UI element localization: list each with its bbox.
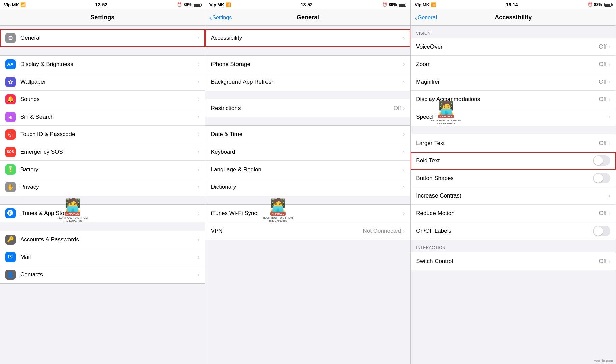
battery-icon-2 (399, 3, 406, 7)
battery-icon-1 (194, 3, 201, 7)
display-accommodations-value: Off (599, 96, 606, 103)
acc-row-bold-text[interactable]: Bold Text (411, 152, 616, 170)
button-shapes-toggle[interactable] (593, 173, 610, 183)
acc-row-reduce-motion[interactable]: Reduce Motion Off › (411, 205, 616, 222)
accessibility-scroll[interactable]: VISION VoiceOver Off › Zoom Off › Magnif… (411, 26, 616, 364)
general-row-language[interactable]: Language & Region › (205, 161, 411, 178)
settings-scroll[interactable]: ⚙ General › AA Display & Brightness › ✿ … (0, 26, 205, 364)
onoff-labels-label: On/Off Labels (416, 228, 593, 234)
settings-accounts-group: 🔑 Accounts & Passwords › ✉ Mail › 👤 Cont… (0, 231, 205, 284)
settings-row-sounds[interactable]: 🔔 Sounds › (0, 91, 205, 108)
nav-title-2: General (297, 14, 319, 21)
restrictions-value: Off (394, 105, 401, 112)
acc-row-switch-control[interactable]: Switch Control Off › (411, 252, 616, 270)
contacts-label: Contacts (20, 271, 198, 278)
settings-row-mail[interactable]: ✉ Mail › (0, 248, 205, 266)
acc-row-voiceover[interactable]: VoiceOver Off › (411, 38, 616, 56)
general-row-datetime[interactable]: Date & Time › (205, 126, 411, 143)
accounts-label: Accounts & Passwords (20, 236, 198, 243)
accessibility-text-group: Larger Text Off › Bold Text Button Shape… (411, 134, 616, 240)
wifi-sync-label: iTunes Wi-Fi Sync (211, 210, 403, 217)
siri-label: Siri & Search (20, 114, 198, 120)
general-row-bg-refresh[interactable]: Background App Refresh › (205, 73, 411, 91)
status-left-1: Vip MK 📶 (4, 2, 26, 7)
acc-row-magnifier[interactable]: Magnifier Off › (411, 73, 616, 91)
status-time-2: 13:52 (301, 2, 313, 7)
general-row-vpn[interactable]: VPN Not Connected › (205, 222, 411, 240)
battery-icon-3 (604, 3, 612, 7)
general-datetime-group: Date & Time › Keyboard › Language & Regi… (205, 125, 411, 196)
battery-fill-1 (194, 4, 200, 6)
general-scroll[interactable]: Accessibility › iPhone Storage › Backgro… (205, 26, 411, 364)
general-row-restrictions[interactable]: Restrictions Off › (205, 99, 411, 117)
touchid-label: Touch ID & Passcode (20, 131, 198, 138)
general-panel: Vip MK 📶 13:52 ⏰ 89% ‹ Settings General … (205, 0, 411, 364)
accessibility-vision-group: VoiceOver Off › Zoom Off › Magnifier Off… (411, 38, 616, 126)
general-row-accessibility[interactable]: Accessibility › (205, 29, 411, 47)
battery-pct-1: 89% (184, 2, 192, 7)
settings-row-emergency[interactable]: SOS Emergency SOS › (0, 143, 205, 161)
back-label-2: Settings (212, 14, 232, 21)
status-bar-2: Vip MK 📶 13:52 ⏰ 89% (205, 0, 411, 9)
general-chevron: › (198, 35, 199, 41)
settings-row-privacy[interactable]: ✋ Privacy › (0, 178, 205, 196)
acc-row-button-shapes[interactable]: Button Shapes (411, 170, 616, 187)
general-row-dictionary[interactable]: Dictionary › (205, 178, 411, 196)
acc-row-zoom[interactable]: Zoom Off › (411, 56, 616, 73)
general-row-keyboard[interactable]: Keyboard › (205, 143, 411, 161)
voiceover-label: VoiceOver (416, 43, 599, 50)
settings-row-battery[interactable]: 🔋 Battery › (0, 161, 205, 178)
acc-row-speech[interactable]: Speech › (411, 108, 616, 126)
nav-bar-2: ‹ Settings General (205, 9, 411, 26)
general-storage-group: iPhone Storage › Background App Refresh … (205, 55, 411, 91)
status-right-1: ⏰ 89% (177, 2, 201, 7)
back-to-general[interactable]: ‹ General (415, 14, 437, 21)
voiceover-value: Off (599, 43, 606, 50)
nav-bar-3: ‹ General Accessibility (411, 9, 616, 26)
back-chevron-2: ‹ (209, 14, 212, 21)
general-row-wifi-sync[interactable]: iTunes Wi-Fi Sync › (205, 205, 411, 222)
reduce-motion-label: Reduce Motion (416, 210, 599, 217)
carrier-2: Vip MK (209, 2, 224, 7)
larger-text-label: Larger Text (416, 140, 599, 147)
general-label: General (20, 35, 198, 41)
settings-row-siri[interactable]: ◉ Siri & Search › (0, 108, 205, 126)
carrier-3: Vip MK (415, 2, 429, 7)
acc-row-onoff-labels[interactable]: On/Off Labels (411, 222, 616, 240)
acc-row-larger-text[interactable]: Larger Text Off › (411, 134, 616, 152)
battery-label: Battery (20, 166, 198, 173)
zoom-value: Off (599, 61, 606, 68)
settings-row-general[interactable]: ⚙ General › (0, 29, 205, 47)
mail-icon: ✉ (5, 252, 16, 262)
acc-row-increase-contrast[interactable]: Increase Contrast › (411, 187, 616, 205)
settings-row-accounts[interactable]: 🔑 Accounts & Passwords › (0, 231, 205, 248)
settings-row-contacts[interactable]: 👤 Contacts › (0, 266, 205, 283)
sounds-icon: 🔔 (5, 94, 16, 104)
dictionary-label: Dictionary (211, 184, 403, 190)
magnifier-value: Off (599, 79, 606, 85)
general-row-iphone-storage[interactable]: iPhone Storage › (205, 56, 411, 73)
status-bar-1: Vip MK 📶 13:52 ⏰ 89% (0, 0, 205, 9)
alarm-icon-3: ⏰ (588, 2, 593, 7)
settings-row-wallpaper[interactable]: ✿ Wallpaper › (0, 73, 205, 91)
onoff-labels-toggle[interactable] (593, 226, 610, 236)
acc-row-display-accommodations[interactable]: Display Accommodations Off › (411, 91, 616, 108)
settings-row-display[interactable]: AA Display & Brightness › (0, 56, 205, 73)
back-to-settings[interactable]: ‹ Settings (209, 14, 232, 21)
battery-row-icon: 🔋 (5, 164, 16, 175)
nav-bar-1: Settings (0, 9, 205, 26)
privacy-label: Privacy (20, 184, 198, 190)
button-shapes-label: Button Shapes (416, 175, 593, 182)
wifi-icon-3: 📶 (431, 2, 436, 7)
settings-row-itunes[interactable]: 🅐 iTunes & App Store › (0, 205, 205, 222)
reduce-motion-value: Off (599, 210, 606, 217)
bg-refresh-label: Background App Refresh (211, 79, 403, 85)
bold-text-toggle[interactable] (593, 155, 610, 166)
alarm-icon-1: ⏰ (177, 2, 182, 7)
nav-title-3: Accessibility (495, 14, 532, 21)
language-label: Language & Region (211, 166, 403, 173)
settings-row-touchid[interactable]: ◎ Touch ID & Passcode › (0, 126, 205, 143)
status-bar-3: Vip MK 📶 16:14 ⏰ 83% (411, 0, 616, 9)
settings-top-group: ⚙ General › (0, 29, 205, 47)
itunes-icon: 🅐 (5, 208, 16, 218)
